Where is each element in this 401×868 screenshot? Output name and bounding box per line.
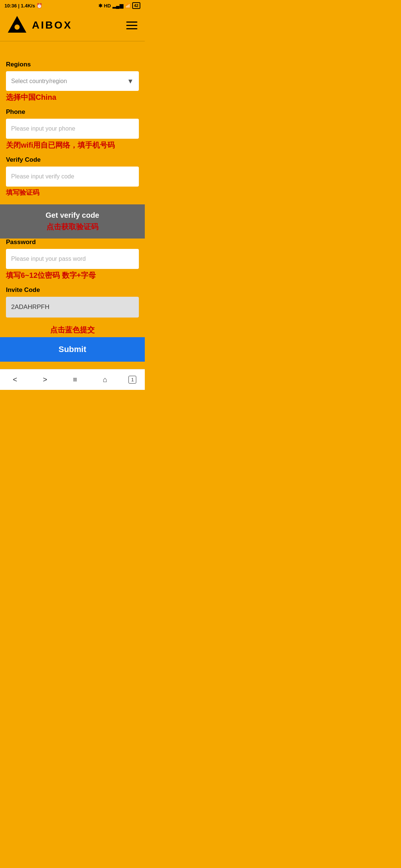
tab-button[interactable]: 1 (128, 376, 136, 384)
hamburger-menu-button[interactable] (125, 20, 139, 31)
logo-container: AIBOX (6, 14, 72, 36)
verify-code-label: Verify Code (6, 156, 139, 164)
verify-code-annotation: 填写验证码 (6, 188, 139, 197)
svg-marker-0 (8, 16, 26, 33)
app-header: AIBOX (0, 11, 145, 42)
app-title: AIBOX (32, 19, 72, 31)
get-verify-code-button[interactable]: Get verify code (0, 211, 145, 220)
hamburger-line-2 (126, 25, 137, 26)
status-bar: 10:36 | 1.4K/s ⏰ ✱ HD ▂▄▆ 📶 42 (0, 0, 145, 11)
regions-select[interactable]: Select country/region China United State… (6, 71, 139, 91)
password-input[interactable] (6, 249, 139, 269)
phone-input[interactable] (6, 119, 139, 139)
hamburger-line-1 (126, 22, 137, 23)
invite-code-label: Invite Code (6, 286, 139, 294)
hamburger-line-3 (126, 28, 137, 29)
lower-form: Password 填写6~12位密码 数字+字母 Invite Code 点击蓝… (0, 239, 145, 369)
phone-label: Phone (6, 108, 139, 116)
phone-annotation: 关闭wifi用自已网络，填手机号码 (6, 140, 139, 150)
get-verify-code-annotation: 点击获取验证码 (0, 222, 145, 232)
back-button[interactable]: < (9, 374, 22, 385)
status-right: ✱ HD ▂▄▆ 📶 42 (98, 2, 140, 9)
signal-bars-icon: ▂▄▆ (113, 3, 123, 9)
battery-indicator: 42 (132, 2, 140, 9)
clock-icon: ⏰ (36, 3, 42, 9)
get-verify-code-section: Get verify code 点击获取验证码 (0, 204, 145, 239)
submit-annotation: 点击蓝色提交 (0, 325, 145, 335)
main-content: Regions Select country/region China Unit… (0, 42, 145, 204)
password-annotation: 填写6~12位密码 数字+字母 (6, 270, 139, 280)
bluetooth-icon: ✱ (98, 3, 102, 9)
regions-label: Regions (6, 61, 139, 68)
regions-annotation: 选择中国China (6, 92, 139, 102)
bottom-navigation: < > ≡ ⌂ 1 (0, 369, 145, 390)
verify-code-input[interactable] (6, 167, 139, 187)
hd-signal-icon: HD (104, 3, 111, 9)
home-button[interactable]: ⌂ (98, 374, 112, 385)
regions-select-wrapper[interactable]: Select country/region China United State… (6, 71, 139, 91)
password-label: Password (6, 239, 139, 246)
submit-button[interactable]: Submit (0, 337, 145, 362)
submit-section: 点击蓝色提交 Submit (0, 325, 145, 362)
status-left: 10:36 | 1.4K/s ⏰ (4, 3, 42, 9)
invite-code-input[interactable] (6, 297, 139, 318)
svg-point-1 (14, 24, 20, 30)
menu-button[interactable]: ≡ (68, 374, 82, 385)
aibox-logo-icon (6, 14, 28, 36)
wifi-icon: 📶 (125, 3, 131, 9)
time-display: 10:36 | 1.4K/s (4, 3, 35, 9)
forward-button[interactable]: > (38, 374, 52, 385)
